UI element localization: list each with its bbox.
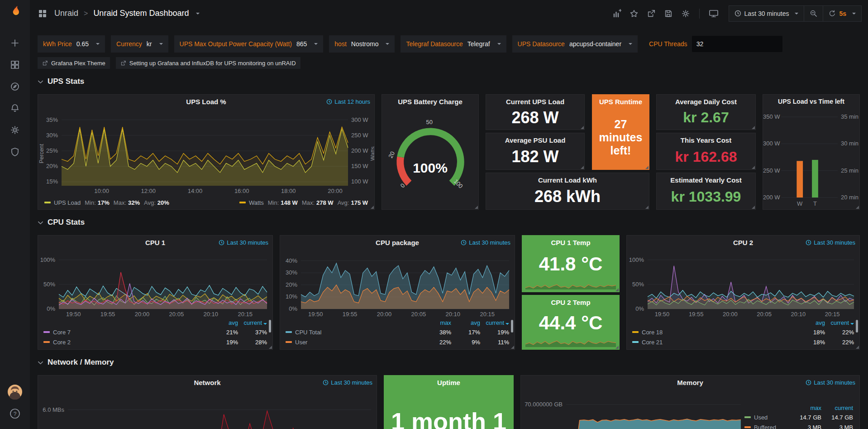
- legend-header[interactable]: max current: [744, 403, 853, 412]
- battery-gauge[interactable]: 100% 0 20 50 100: [387, 118, 473, 198]
- panel-title[interactable]: UPS Battery Charge: [382, 98, 478, 106]
- star-dashboard-button[interactable]: [627, 6, 641, 21]
- variable-host[interactable]: host Nostromo: [329, 35, 395, 53]
- sort-caret-icon: [506, 323, 509, 325]
- series-name[interactable]: CPU Total: [295, 329, 321, 336]
- axis-tick: 19:50: [62, 311, 84, 318]
- legend-scrollbar[interactable]: [856, 320, 858, 333]
- series-name[interactable]: Core 21: [642, 339, 663, 346]
- variable-value[interactable]: kr: [147, 40, 152, 48]
- chart-canvas: [38, 111, 374, 196]
- legend-scrollbar[interactable]: [269, 320, 271, 333]
- chevron-down-icon[interactable]: [196, 13, 200, 14]
- dashboard-settings-button[interactable]: [678, 6, 693, 21]
- refresh-button[interactable]: 5s: [823, 5, 862, 22]
- panel-title[interactable]: Current UPS Load: [506, 98, 564, 106]
- panel-timespan[interactable]: Last 30 minutes: [806, 379, 855, 386]
- variable-currency[interactable]: Currency kr: [111, 35, 168, 53]
- variable-value[interactable]: Nostromo: [351, 40, 379, 48]
- series-name[interactable]: User: [295, 339, 307, 346]
- panel-title[interactable]: UPS Load %: [38, 98, 374, 106]
- help-button[interactable]: ?: [0, 403, 30, 424]
- sidebar-create-button[interactable]: [0, 32, 30, 54]
- cpu1-chart[interactable]: 0%50%100%19:5019:5520:0020:0520:1020:15: [38, 252, 272, 318]
- panel-timespan[interactable]: Last 30 minutes: [461, 239, 510, 246]
- panel-timespan[interactable]: Last 12 hours: [326, 98, 370, 105]
- series-name[interactable]: Core 2: [53, 339, 71, 346]
- page-title[interactable]: Unraid System Dashboard: [93, 9, 189, 18]
- panel-title[interactable]: Average PSU Load: [505, 136, 566, 144]
- panel-title[interactable]: Uptime: [437, 379, 460, 386]
- share-dashboard-button[interactable]: [644, 6, 658, 21]
- panel-title[interactable]: UPS Load vs Time left: [763, 98, 859, 105]
- row-network-memory[interactable]: Network / Memory: [38, 350, 860, 375]
- series-name[interactable]: Core 18: [642, 329, 663, 336]
- zoom-out-button[interactable]: [804, 5, 823, 22]
- stat-value: 268 W: [511, 106, 558, 130]
- sidebar-explore-button[interactable]: [0, 76, 30, 97]
- save-dashboard-button[interactable]: [661, 6, 676, 21]
- series-name[interactable]: UPS Load: [54, 199, 81, 206]
- panel-title[interactable]: This Years Cost: [681, 136, 731, 144]
- cpu2-chart[interactable]: 0%50%100%19:5019:5520:0020:0520:1020:15: [627, 252, 859, 318]
- variable-ups-max-power[interactable]: UPS Max Output Power Capacity (Watt) 865: [174, 35, 324, 53]
- breadcrumb-app[interactable]: Unraid: [54, 9, 78, 18]
- panel-timespan[interactable]: Last 30 minutes: [323, 379, 372, 386]
- axis-tick: 19:55: [685, 311, 707, 318]
- variable-value[interactable]: 865: [296, 40, 307, 48]
- series-name[interactable]: Core 7: [53, 329, 71, 336]
- gear-icon: [681, 9, 690, 18]
- panel-title[interactable]: Average Daily Cost: [675, 98, 737, 106]
- variable-telegraf-datasource[interactable]: Telegraf Datasource Telegraf: [401, 35, 506, 53]
- add-panel-button[interactable]: [610, 6, 624, 21]
- link-grafana-plex-theme[interactable]: Grafana Plex Theme: [38, 57, 110, 69]
- panel-timespan[interactable]: Last 30 minutes: [806, 239, 855, 246]
- ups-load-chart[interactable]: 15%20%25%30%35%100 W150 W200 W250 W300 W…: [38, 111, 374, 196]
- cpu-threads-input[interactable]: [692, 36, 782, 52]
- variable-value[interactable]: 0.65: [76, 40, 89, 48]
- series-name[interactable]: Buffered: [754, 424, 776, 429]
- variable-value[interactable]: Telegraf: [467, 40, 490, 48]
- legend-header[interactable]: max avg current: [286, 318, 509, 327]
- legend-item: Watts Min:148 W Max:278 W Avg:175 W: [239, 199, 368, 206]
- network-chart[interactable]: 2.0 MBs4.0 MBs6.0 MBs: [38, 392, 377, 429]
- link-ups-monitoring-guide[interactable]: Setting up Grafana and InfluxDB for UPS …: [116, 57, 300, 69]
- ups-vs-time-chart[interactable]: 200 W250 W300 W350 W20 min25 min30 min35…: [763, 111, 859, 209]
- legend-header[interactable]: avg current: [632, 318, 854, 327]
- panel-timespan[interactable]: Last 30 minutes: [219, 239, 268, 246]
- sidebar-configuration-button[interactable]: [0, 119, 30, 141]
- axis-tick: 19:50: [305, 311, 326, 318]
- panel-title[interactable]: UPS Runtime: [599, 98, 642, 106]
- dashboard-links: Grafana Plex Theme Setting up Grafana an…: [38, 57, 860, 69]
- sidebar-admin-button[interactable]: [0, 141, 30, 163]
- row-ups-stats[interactable]: UPS Stats: [38, 69, 860, 94]
- panel-title[interactable]: Estimated Yearly Cost: [670, 176, 741, 184]
- chart-canvas: [38, 252, 272, 318]
- dashboard-picker-button[interactable]: [35, 6, 50, 21]
- row-cpu-stats[interactable]: CPU Stats: [38, 210, 860, 235]
- panel-title[interactable]: CPU 2 Temp: [551, 299, 590, 306]
- variable-ups-datasource[interactable]: UPS Datasource apcupsd-container: [512, 35, 638, 53]
- variable-value[interactable]: apcupsd-container: [569, 40, 621, 48]
- user-avatar[interactable]: [0, 381, 30, 403]
- panel-title[interactable]: CPU 1 Temp: [551, 239, 590, 246]
- cpu-package-chart[interactable]: 0%10%20%30%40%19:5019:5520:0020:0520:102…: [280, 252, 515, 318]
- legend-row: Core 2 19%28%: [43, 337, 267, 347]
- series-name[interactable]: Watts: [249, 199, 264, 206]
- sidebar-dashboards-button[interactable]: [0, 54, 30, 76]
- grafana-logo[interactable]: [8, 5, 22, 20]
- axis-tick: 19:50: [651, 311, 673, 318]
- legend-row: Core 18 18%22%: [632, 327, 854, 337]
- variable-kwh-price[interactable]: kWh Price 0.65: [38, 35, 105, 53]
- time-range-picker[interactable]: Last 30 minutes: [729, 5, 805, 22]
- legend-row: CPU Total 38%17%19%: [286, 327, 509, 337]
- tv-mode-button[interactable]: [706, 6, 721, 21]
- cpu2-temp-sparkline: [525, 333, 617, 347]
- axis-tick: 25 min: [841, 167, 858, 174]
- legend-header[interactable]: avg current: [43, 318, 267, 327]
- legend-scrollbar[interactable]: [511, 320, 513, 333]
- memory-chart[interactable]: 50.000000 GB60.000000 GB70.000000 GB: [521, 392, 744, 429]
- series-name[interactable]: Used: [754, 414, 768, 421]
- panel-title[interactable]: Current Load kWh: [538, 176, 597, 184]
- sidebar-alerting-button[interactable]: [0, 97, 30, 119]
